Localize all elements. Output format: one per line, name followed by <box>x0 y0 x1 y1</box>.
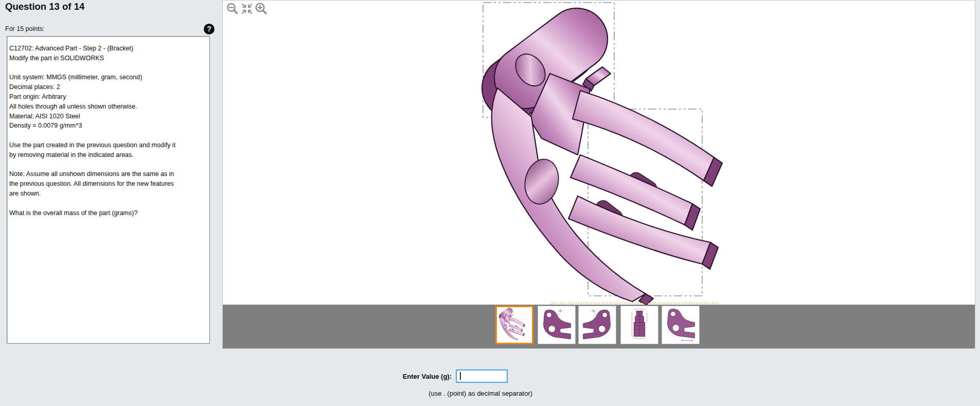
answer-label: Enter Value (g): <box>340 373 452 380</box>
zoom-in-icon[interactable] <box>255 2 268 15</box>
viewer-toolbar <box>226 2 268 15</box>
thumbnail-side-view-mirrored[interactable] <box>578 306 616 344</box>
points-label: For 15 points: <box>5 25 44 32</box>
thumbnail-side-view[interactable] <box>538 306 576 344</box>
question-panel: Question 13 of 14 For 15 points: ? C1270… <box>0 0 221 406</box>
model-viewer <box>222 0 975 349</box>
thumbnail-section-view[interactable] <box>662 306 700 344</box>
question-text-box[interactable]: C12702: Advanced Part - Step 2 - (Bracke… <box>7 36 210 344</box>
question-text-lines: C12702: Advanced Part - Step 2 - (Bracke… <box>9 44 207 218</box>
answer-input[interactable] <box>456 369 508 383</box>
page-title: Question 13 of 14 <box>5 1 84 12</box>
text-caret <box>460 372 461 380</box>
bracket-3d-model <box>482 8 722 305</box>
help-icon[interactable]: ? <box>204 24 215 34</box>
thumbnail-strip <box>223 305 975 348</box>
thumbnail-isometric-view[interactable] <box>495 306 533 344</box>
thumbnail-front-view[interactable] <box>620 306 658 344</box>
exam-page: Question 13 of 14 For 15 points: ? C1270… <box>0 0 980 406</box>
zoom-out-icon[interactable] <box>226 2 239 15</box>
fit-to-view-icon[interactable] <box>240 2 254 15</box>
model-canvas[interactable] <box>223 1 975 305</box>
answer-hint: (use . (point) as decimal separator) <box>398 390 563 397</box>
